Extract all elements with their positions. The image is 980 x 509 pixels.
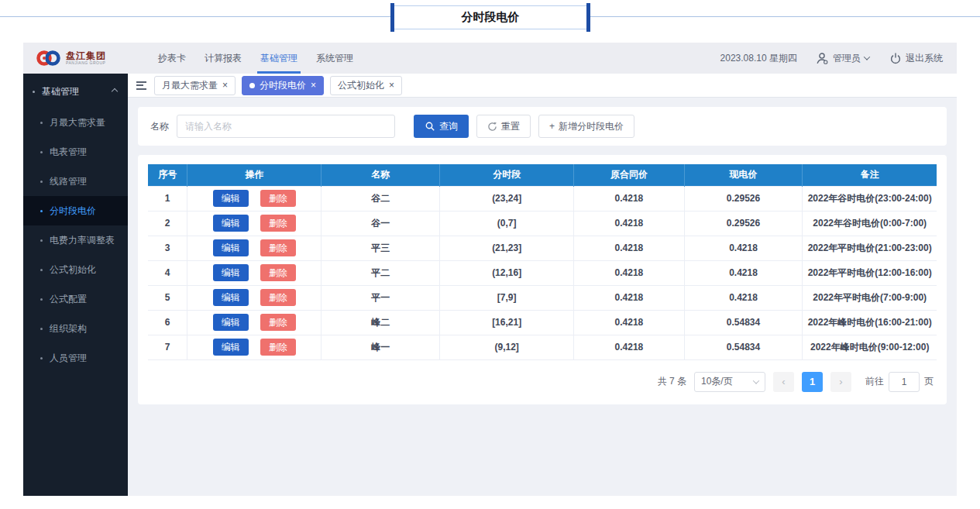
cell-current-price: 0.4218: [684, 260, 803, 285]
cell-current-price: 0.29526: [684, 211, 803, 236]
delete-button[interactable]: 删除: [260, 289, 296, 306]
edit-button[interactable]: 编辑: [213, 289, 249, 306]
sidebar-item-formula-init[interactable]: 公式初始化: [23, 255, 128, 284]
cell-period: (0,7]: [440, 211, 574, 236]
table-body: 1 编辑 删除 谷二 (23,24] 0.4218 0.29526 2022年谷…: [148, 186, 937, 359]
cell-actions: 编辑 删除: [187, 236, 322, 260]
col-actions: 操作: [187, 164, 322, 186]
user-menu[interactable]: 管理员: [816, 52, 869, 65]
cell-period: [7,9]: [440, 285, 574, 310]
name-input[interactable]: [177, 115, 395, 138]
close-icon[interactable]: ×: [311, 81, 316, 90]
content-area: 名称 查询: [128, 98, 957, 496]
cell-name: 谷二: [322, 186, 440, 211]
cell-seq: 1: [148, 186, 187, 211]
goto-page-input[interactable]: [889, 372, 920, 392]
refresh-icon: [487, 122, 497, 132]
app-window: 盘江集团 PANJIANG GROUP 抄表卡 计算报表 基础管理 系统管理 2…: [23, 43, 957, 496]
username: 管理员: [833, 52, 861, 65]
cell-name: 峰二: [322, 310, 440, 335]
edit-button[interactable]: 编辑: [213, 190, 249, 207]
delete-button[interactable]: 删除: [260, 314, 296, 331]
table-header-row: 序号 操作 名称 分时段 原合同价 现电价 备注: [148, 164, 937, 186]
next-page-button[interactable]: ›: [830, 372, 851, 392]
edit-button[interactable]: 编辑: [213, 264, 249, 281]
query-button[interactable]: 查询: [414, 115, 469, 138]
sidebar-item-monthly-max-demand[interactable]: 月最大需求量: [23, 108, 128, 137]
delete-button[interactable]: 删除: [260, 339, 296, 356]
nav-item-basic-mgmt[interactable]: 基础管理: [251, 43, 307, 74]
col-period: 分时段: [440, 164, 574, 186]
cell-seq: 5: [148, 285, 187, 310]
cell-seq: 2: [148, 211, 187, 236]
close-icon[interactable]: ×: [389, 81, 394, 90]
sidebar-item-power-factor-table[interactable]: 电费力率调整表: [23, 225, 128, 255]
delete-button[interactable]: 删除: [260, 264, 296, 281]
logo-icon: [36, 48, 62, 68]
close-icon[interactable]: ×: [222, 81, 228, 90]
delete-button[interactable]: 删除: [260, 190, 296, 207]
pagination: 共 7 条 10条/页 ‹ 1 › 前往 页: [148, 360, 937, 397]
nav-item-meter-card[interactable]: 抄表卡: [149, 43, 195, 74]
edit-button[interactable]: 编辑: [213, 239, 249, 256]
total-count: 共 7 条: [658, 375, 686, 388]
logo-title: 盘江集团: [66, 51, 106, 61]
goto-label: 前往: [865, 375, 884, 388]
cell-actions: 编辑 删除: [187, 211, 322, 236]
add-label: 新增分时段电价: [559, 120, 624, 133]
table-row: 5 编辑 删除 平一 [7,9] 0.4218 0.4218 2022年平时电价…: [148, 285, 937, 310]
main-area: 月最大需求量 × 分时段电价 × 公式初始化 ×: [128, 74, 957, 496]
sidebar-item-org-structure[interactable]: 组织架构: [23, 314, 128, 343]
app-header: 盘江集团 PANJIANG GROUP 抄表卡 计算报表 基础管理 系统管理 2…: [23, 43, 957, 74]
sidebar-item-line-mgmt[interactable]: 线路管理: [23, 167, 128, 196]
chevron-down-icon: [753, 377, 759, 383]
sidebar: 基础管理 月最大需求量 电表管理 线路管理 分时段电价 电费力率调整表 公式初始…: [23, 74, 128, 496]
reset-button[interactable]: 重置: [476, 115, 531, 138]
current-page-button[interactable]: 1: [802, 372, 823, 392]
cell-name: 谷一: [322, 211, 440, 236]
cell-contract-price: 0.4218: [574, 186, 685, 211]
sidebar-item-personnel-mgmt[interactable]: 人员管理: [23, 343, 128, 373]
add-tou-price-button[interactable]: + 新增分时段电价: [538, 115, 634, 138]
tab-monthly-max-demand[interactable]: 月最大需求量 ×: [154, 76, 236, 95]
cell-actions: 编辑 删除: [187, 335, 322, 359]
cell-current-price: 0.4218: [684, 285, 803, 310]
cell-contract-price: 0.4218: [574, 260, 685, 285]
table-row: 4 编辑 删除 平二 (12,16] 0.4218 0.4218 2022年平时…: [148, 260, 937, 285]
cell-contract-price: 0.4218: [574, 236, 685, 260]
logout-button[interactable]: 退出系统: [889, 52, 943, 65]
sidebar-group-basic-mgmt[interactable]: 基础管理: [23, 75, 128, 108]
sidebar-item-formula-config[interactable]: 公式配置: [23, 284, 128, 314]
cell-seq: 6: [148, 310, 187, 335]
delete-button[interactable]: 删除: [260, 215, 296, 232]
cell-current-price: 0.54834: [684, 310, 803, 335]
tab-formula-init[interactable]: 公式初始化 ×: [330, 76, 402, 95]
search-panel: 名称 查询: [138, 107, 947, 146]
cell-remark: 2022年平时电价(21:00-23:00): [803, 236, 937, 260]
nav-item-calc-report[interactable]: 计算报表: [195, 43, 251, 74]
nav-item-system-mgmt[interactable]: 系统管理: [307, 43, 363, 74]
cell-contract-price: 0.4218: [574, 335, 685, 359]
cell-period: (9,12]: [440, 335, 574, 359]
edit-button[interactable]: 编辑: [213, 215, 249, 232]
logout-label: 退出系统: [906, 52, 943, 65]
user-icon: [816, 52, 829, 65]
cell-actions: 编辑 删除: [187, 285, 322, 310]
sidebar-item-meter-mgmt[interactable]: 电表管理: [23, 137, 128, 167]
cell-current-price: 0.29526: [684, 186, 803, 211]
cell-remark: 2022年谷时电价(0:00-7:00): [803, 211, 937, 236]
col-current-price: 现电价: [684, 164, 803, 186]
cell-current-price: 0.54834: [684, 335, 803, 359]
edit-button[interactable]: 编辑: [213, 314, 249, 331]
tab-tou-price[interactable]: 分时段电价 ×: [242, 76, 324, 95]
tab-label: 月最大需求量: [162, 79, 218, 92]
delete-button[interactable]: 删除: [260, 239, 296, 256]
table-row: 7 编辑 删除 峰一 (9,12] 0.4218 0.54834 2022年峰时…: [148, 335, 937, 359]
cell-actions: 编辑 删除: [187, 260, 322, 285]
col-contract-price: 原合同价: [574, 164, 685, 186]
page-size-select[interactable]: 10条/页: [694, 372, 765, 392]
sidebar-item-tou-price[interactable]: 分时段电价: [23, 196, 128, 225]
prev-page-button[interactable]: ‹: [773, 372, 794, 392]
edit-button[interactable]: 编辑: [213, 339, 249, 356]
collapse-sidebar-icon[interactable]: [136, 81, 146, 90]
